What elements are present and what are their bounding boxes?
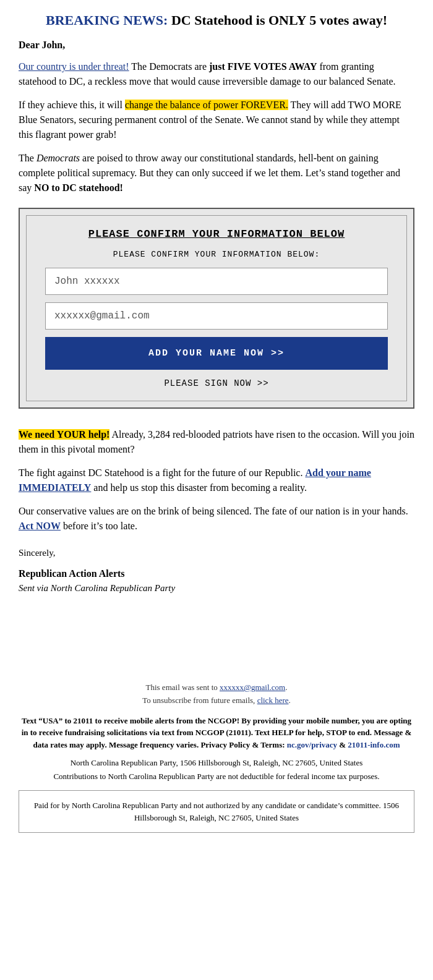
values-text: Our conservative values are on the brink… [19,506,408,516]
form-subtitle: PLEASE CONFIRM YOUR INFORMATION BELOW: [45,250,388,259]
privacy-link[interactable]: nc.gov/privacy [287,740,337,749]
email-footer: This email was sent to xxxxxx@gmail.com.… [19,681,414,707]
terms-link[interactable]: 21011-info.com [348,740,400,749]
email-sent-line: This email was sent to xxxxxx@gmail.com. [19,681,414,694]
add-name-button[interactable]: ADD YOUR NAME NOW >> [45,337,388,370]
body-section-2: We need YOUR help! Already, 3,284 red-bl… [19,427,414,595]
name-input[interactable] [45,268,388,295]
p3-italic: Democrats [36,153,80,163]
footer-email-address[interactable]: xxxxxx@gmail.com [220,683,285,692]
breaking-prefix: BREAKING NEWS: [46,12,168,28]
headline: BREAKING NEWS: DC Statehood is ONLY 5 vo… [19,12,414,28]
p2-highlight: change the balance of power FOREVER. [125,100,288,110]
form-outer-box: PLEASE CONFIRM YOUR INFORMATION BELOW PL… [19,208,414,409]
paragraph-3: The Democrats are poised to throw away o… [19,151,414,195]
sign-now-label: PLEASE SIGN NOW >> [45,378,388,388]
paragraph-2: If they achieve this, it will change the… [19,98,414,142]
fight-rest: and help us stop this disaster from beco… [91,482,307,493]
unsubscribe-prefix: To unsubscribe from future emails, [142,696,257,705]
tax-line: Contributions to North Carolina Republic… [19,772,414,782]
values-rest: before it’s too late. [61,521,137,531]
we-need-help-para: We need YOUR help! Already, 3,284 red-bl… [19,427,414,457]
address-line: North Carolina Republican Party, 1506 Hi… [19,758,414,768]
spacer [19,595,414,669]
paragraph-1: Our country is under threat! The Democra… [19,59,414,89]
sincerely: Sincerely, [19,546,414,560]
act-now-link[interactable]: Act NOW [19,521,61,531]
paid-for-box: Paid for by North Carolina Republican Pa… [19,790,414,833]
sms-notice: Text “USA” to 21011 to receive mobile al… [19,715,414,751]
sent-via: Sent via North Carolina Republican Party [19,581,414,595]
unsubscribe-suffix: . [289,696,291,705]
country-threat-link[interactable]: Our country is under threat! [19,61,129,72]
we-need-help-highlight: We need YOUR help! [19,429,109,440]
unsubscribe-link[interactable]: click here [257,696,289,705]
greeting: Dear John, [19,40,414,51]
email-sent-prefix: This email was sent to [146,683,220,692]
p1-rest: The Democrats are [129,61,209,72]
form-inner-box: PLEASE CONFIRM YOUR INFORMATION BELOW PL… [26,215,407,401]
email-input[interactable] [45,302,388,330]
p2-prefix: If they achieve this, it will [19,100,125,110]
p3-prefix: The [19,153,36,163]
ampersand: & [337,740,348,749]
form-title: PLEASE CONFIRM YOUR INFORMATION BELOW [45,228,388,240]
org-name: Republican Action Alerts [19,566,414,581]
unsubscribe-line: To unsubscribe from future emails, click… [19,694,414,707]
fight-prefix: The fight against DC Statehood is a figh… [19,467,305,478]
p3-bold: NO to DC statehood! [34,182,123,193]
headline-rest: DC Statehood is ONLY 5 votes away! [168,12,387,28]
values-para: Our conservative values are on the brink… [19,504,414,534]
email-sent-suffix: . [285,683,287,692]
p1-bold: just FIVE VOTES AWAY [209,61,317,72]
fight-para: The fight against DC Statehood is a figh… [19,466,414,495]
